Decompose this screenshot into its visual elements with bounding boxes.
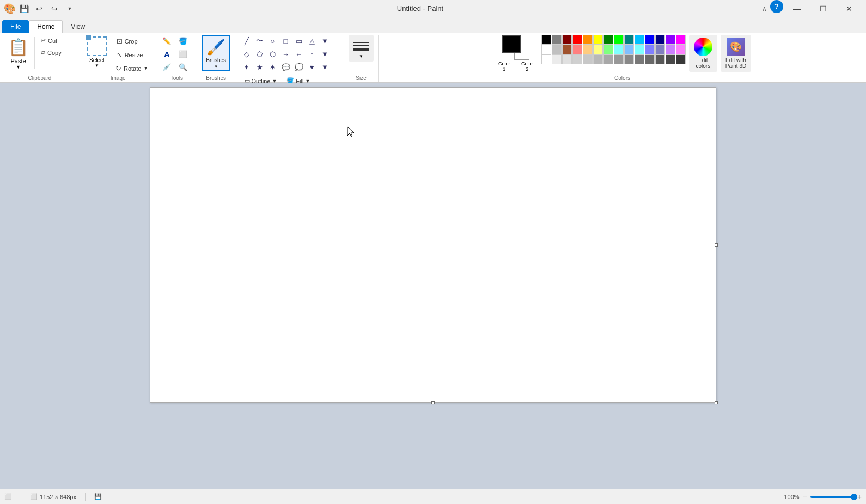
shape-star6[interactable]: ✶: [267, 61, 279, 73]
color-salmon[interactable]: [572, 45, 582, 54]
shape-arrow-dropdown[interactable]: ▼: [319, 35, 331, 47]
shape-roundrect[interactable]: ▭: [293, 35, 305, 47]
color-sky[interactable]: [635, 35, 644, 45]
crop-button[interactable]: ⊡ Crop: [113, 35, 151, 47]
shape-up-arrow[interactable]: ↑: [306, 48, 318, 60]
shape-heart[interactable]: ♥: [306, 61, 318, 73]
zoom-tool[interactable]: 🔍: [177, 61, 189, 73]
shape-star5[interactable]: ★: [254, 61, 266, 73]
edit-paint3d-button[interactable]: 🎨 Edit with Paint 3D: [721, 35, 751, 72]
color-pink[interactable]: [676, 45, 686, 54]
shape-callout-rect[interactable]: 💬: [280, 61, 292, 73]
paste-button[interactable]: 📋 Paste ▼: [4, 35, 32, 71]
color-yellow[interactable]: [593, 35, 603, 45]
fill-tool[interactable]: 🪣: [177, 35, 189, 47]
undo-button[interactable]: ↩: [33, 2, 46, 15]
color-green[interactable]: [603, 35, 613, 45]
resize-button[interactable]: ⤡ Resize: [113, 48, 151, 61]
color-gray[interactable]: [552, 35, 562, 45]
eraser-tool[interactable]: ⬜: [177, 48, 189, 60]
shape-diamond[interactable]: ◇: [241, 48, 253, 60]
color-orange[interactable]: [583, 35, 593, 45]
color-teal[interactable]: [624, 35, 634, 45]
color-lime[interactable]: [614, 35, 624, 45]
shape-oval[interactable]: ○: [267, 35, 279, 47]
color-w12[interactable]: [655, 54, 665, 64]
color-w3[interactable]: [562, 54, 572, 64]
save-button[interactable]: 💾: [17, 2, 31, 15]
color-w11[interactable]: [645, 54, 655, 64]
shape-left-arrow[interactable]: ←: [293, 48, 305, 60]
zoom-in-button[interactable]: +: [857, 493, 862, 501]
color-maroon[interactable]: [562, 35, 572, 45]
color-w4[interactable]: [572, 54, 582, 64]
shape-hexagon[interactable]: ⬡: [267, 48, 279, 60]
color-black[interactable]: [541, 35, 551, 45]
handle-mid-bottom[interactable]: [431, 401, 435, 404]
tab-file[interactable]: File: [2, 20, 29, 33]
color-aqua[interactable]: [635, 45, 644, 54]
color-blue[interactable]: [645, 35, 655, 45]
color-periwinkle[interactable]: [645, 45, 655, 54]
handle-bottom-right[interactable]: [715, 401, 718, 404]
shape-more-dropdown[interactable]: ▼: [319, 61, 331, 73]
color-lightcyan[interactable]: [614, 45, 624, 54]
color-slate[interactable]: [655, 45, 665, 54]
color-lightgreen[interactable]: [603, 45, 613, 54]
color-w2[interactable]: [552, 54, 562, 64]
zoom-slider-track[interactable]: [810, 496, 854, 498]
shape-line[interactable]: ╱: [241, 35, 253, 47]
text-tool[interactable]: A: [161, 48, 173, 60]
ribbon-collapse-button[interactable]: ∧: [760, 0, 769, 17]
color-lightblue[interactable]: [624, 45, 634, 54]
color-magenta[interactable]: [676, 35, 686, 45]
color-w9[interactable]: [624, 54, 634, 64]
color1-swatch[interactable]: [502, 35, 521, 53]
color-navy[interactable]: [655, 35, 665, 45]
handle-mid-right[interactable]: [715, 243, 718, 247]
shape-rect[interactable]: □: [280, 35, 292, 47]
minimize-button[interactable]: —: [784, 0, 809, 17]
tab-home[interactable]: Home: [29, 20, 63, 33]
select-button[interactable]: Select ▼: [84, 35, 109, 70]
color-violet[interactable]: [666, 35, 675, 45]
color-w1[interactable]: [541, 54, 551, 64]
rotate-button[interactable]: ↻ Rotate ▼: [112, 62, 151, 75]
help-button[interactable]: ?: [770, 0, 783, 13]
quick-access-dropdown[interactable]: ▼: [63, 2, 76, 15]
color-silver[interactable]: [552, 45, 562, 54]
color-w7[interactable]: [603, 54, 613, 64]
size-button[interactable]: ▼: [349, 35, 374, 62]
color-w13[interactable]: [666, 54, 675, 64]
brushes-button[interactable]: 🖌️ Brushes ▼: [202, 35, 230, 71]
shape-right-arrow[interactable]: →: [280, 48, 292, 60]
shape-star4[interactable]: ✦: [241, 61, 253, 73]
color-w14[interactable]: [676, 54, 686, 64]
shape-arrow2-dropdown[interactable]: ▼: [319, 48, 331, 60]
shape-curve[interactable]: 〜: [254, 35, 266, 47]
paint-canvas[interactable]: [150, 87, 716, 403]
tab-view[interactable]: View: [63, 20, 93, 33]
color-picker-tool[interactable]: 💉: [161, 61, 173, 73]
color-lavender[interactable]: [666, 45, 675, 54]
zoom-out-button[interactable]: −: [803, 493, 807, 501]
color-lightyellow[interactable]: [593, 45, 603, 54]
shape-pentagon[interactable]: ⬠: [254, 48, 266, 60]
color-red[interactable]: [572, 35, 582, 45]
close-button[interactable]: ✕: [837, 0, 862, 17]
color-w6[interactable]: [593, 54, 603, 64]
redo-button[interactable]: ↪: [48, 2, 61, 15]
color-w8[interactable]: [614, 54, 624, 64]
shape-triangle[interactable]: △: [306, 35, 318, 47]
color-w10[interactable]: [635, 54, 644, 64]
shape-callout-oval[interactable]: 💭: [293, 61, 305, 73]
cut-button[interactable]: ✂ Cut: [37, 35, 75, 46]
edit-colors-button[interactable]: Edit colors: [689, 35, 717, 72]
color-brown[interactable]: [562, 45, 572, 54]
maximize-button[interactable]: ☐: [810, 0, 835, 17]
pencil-tool[interactable]: ✏️: [161, 35, 173, 47]
canvas-container[interactable]: [0, 83, 866, 489]
color-peach[interactable]: [583, 45, 593, 54]
copy-button[interactable]: ⧉ Copy: [37, 47, 75, 58]
color-white[interactable]: [541, 45, 551, 54]
